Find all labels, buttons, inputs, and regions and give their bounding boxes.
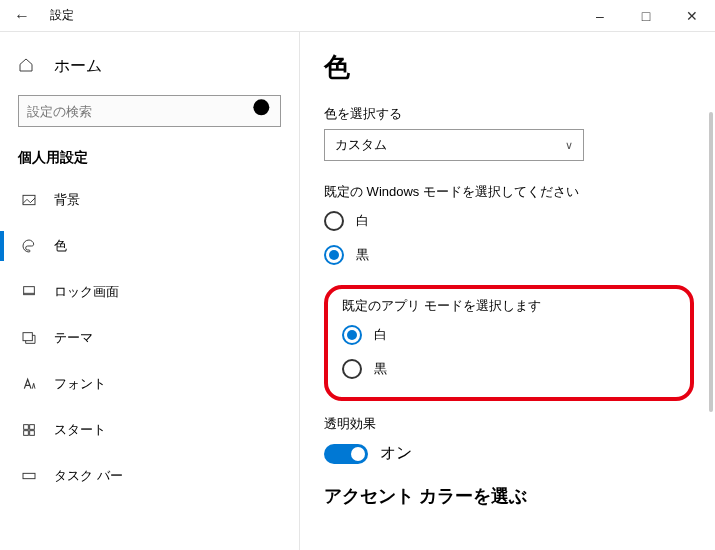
windows-mode-label: 既定の Windows モードを選択してください xyxy=(324,183,691,201)
dropdown-value: カスタム xyxy=(335,136,387,154)
sidebar-item-label: 背景 xyxy=(54,191,80,209)
app-mode-label: 既定のアプリ モードを選択します xyxy=(342,297,676,315)
transparency-group: 透明効果 オン xyxy=(324,415,691,464)
svg-rect-9 xyxy=(30,431,35,436)
color-picker-dropdown[interactable]: カスタム ∨ xyxy=(324,129,584,161)
palette-icon xyxy=(18,238,40,254)
start-icon xyxy=(18,422,40,438)
sidebar-item-background[interactable]: 背景 xyxy=(0,177,299,223)
home-icon xyxy=(18,57,40,76)
sidebar-item-label: ロック画面 xyxy=(54,283,119,301)
sidebar-item-label: フォント xyxy=(54,375,106,393)
svg-rect-5 xyxy=(23,333,32,341)
home-link[interactable]: ホーム xyxy=(0,46,299,87)
radio-label: 黒 xyxy=(374,360,387,378)
maximize-button[interactable]: □ xyxy=(623,8,669,24)
search-input-container[interactable] xyxy=(18,95,281,127)
svg-rect-8 xyxy=(24,431,29,436)
radio-icon xyxy=(324,245,344,265)
sidebar-item-fonts[interactable]: フォント xyxy=(0,361,299,407)
close-button[interactable]: ✕ xyxy=(669,8,715,24)
page-title: 色 xyxy=(324,50,691,85)
sidebar-item-label: 色 xyxy=(54,237,67,255)
sidebar-item-label: スタート xyxy=(54,421,106,439)
sidebar-item-label: タスク バー xyxy=(54,467,123,485)
radio-icon xyxy=(324,211,344,231)
app-mode-dark[interactable]: 黒 xyxy=(342,359,676,379)
sidebar-item-themes[interactable]: テーマ xyxy=(0,315,299,361)
windows-mode-dark[interactable]: 黒 xyxy=(324,245,691,265)
main-content: 色 色を選択する カスタム ∨ 既定の Windows モードを選択してください… xyxy=(300,32,715,550)
chevron-down-icon: ∨ xyxy=(565,139,573,152)
toggle-value: オン xyxy=(380,443,412,464)
color-picker-label: 色を選択する xyxy=(324,105,691,123)
accent-color-heading: アクセント カラーを選ぶ xyxy=(324,484,691,508)
radio-label: 白 xyxy=(356,212,369,230)
transparency-toggle[interactable] xyxy=(324,444,368,464)
app-mode-light[interactable]: 白 xyxy=(342,325,676,345)
radio-icon xyxy=(342,325,362,345)
sidebar-section-heading: 個人用設定 xyxy=(0,141,299,177)
taskbar-icon xyxy=(18,468,40,484)
minimize-button[interactable]: – xyxy=(577,8,623,24)
picture-icon xyxy=(18,192,40,208)
svg-rect-10 xyxy=(23,473,35,478)
svg-rect-7 xyxy=(30,425,35,430)
radio-label: 黒 xyxy=(356,246,369,264)
search-icon xyxy=(248,94,280,129)
scrollbar-thumb[interactable] xyxy=(709,112,713,412)
app-mode-highlight: 既定のアプリ モードを選択します 白 黒 xyxy=(324,285,694,401)
sidebar-item-taskbar[interactable]: タスク バー xyxy=(0,453,299,499)
lockscreen-icon xyxy=(18,284,40,300)
svg-point-0 xyxy=(253,99,269,115)
home-label: ホーム xyxy=(54,56,102,77)
sidebar-item-label: テーマ xyxy=(54,329,93,347)
windows-mode-group: 既定の Windows モードを選択してください 白 黒 xyxy=(324,183,691,265)
theme-icon xyxy=(18,330,40,346)
radio-label: 白 xyxy=(374,326,387,344)
transparency-label: 透明効果 xyxy=(324,415,691,433)
sidebar-item-start[interactable]: スタート xyxy=(0,407,299,453)
radio-icon xyxy=(342,359,362,379)
sidebar-item-lockscreen[interactable]: ロック画面 xyxy=(0,269,299,315)
font-icon xyxy=(18,376,40,392)
sidebar-item-colors[interactable]: 色 xyxy=(0,223,299,269)
search-input[interactable] xyxy=(19,104,248,119)
windows-mode-light[interactable]: 白 xyxy=(324,211,691,231)
svg-line-1 xyxy=(268,114,276,122)
back-button[interactable]: ← xyxy=(0,7,44,25)
window-title: 設定 xyxy=(50,7,74,24)
sidebar: ホーム 個人用設定 背景 色 ロック画面 テーマ フォント スター xyxy=(0,32,300,550)
svg-rect-6 xyxy=(24,425,29,430)
